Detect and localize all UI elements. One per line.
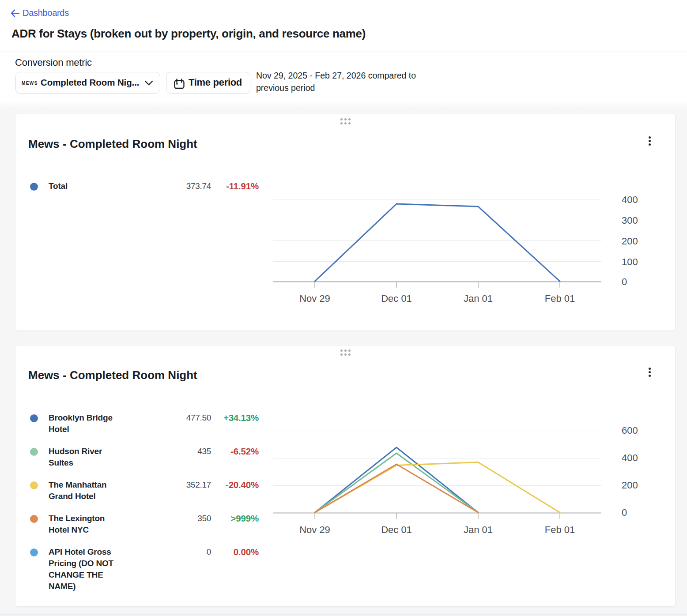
svg-text:Nov 29: Nov 29 — [299, 293, 330, 304]
svg-text:Jan 01: Jan 01 — [464, 524, 493, 535]
svg-text:0: 0 — [622, 276, 627, 287]
svg-text:Feb 01: Feb 01 — [545, 293, 575, 304]
svg-text:0: 0 — [622, 507, 627, 518]
svg-text:Dec 01: Dec 01 — [381, 293, 412, 304]
svg-text:Dec 01: Dec 01 — [381, 524, 412, 535]
svg-text:Jan 01: Jan 01 — [464, 293, 493, 304]
svg-text:100: 100 — [622, 256, 638, 267]
svg-text:200: 200 — [622, 480, 638, 491]
svg-text:400: 400 — [622, 452, 638, 463]
svg-text:Feb 01: Feb 01 — [545, 524, 575, 535]
svg-text:600: 600 — [622, 425, 638, 436]
svg-text:300: 300 — [622, 215, 638, 226]
svg-text:400: 400 — [622, 194, 638, 205]
svg-text:Nov 29: Nov 29 — [299, 524, 330, 535]
svg-text:200: 200 — [622, 236, 638, 247]
